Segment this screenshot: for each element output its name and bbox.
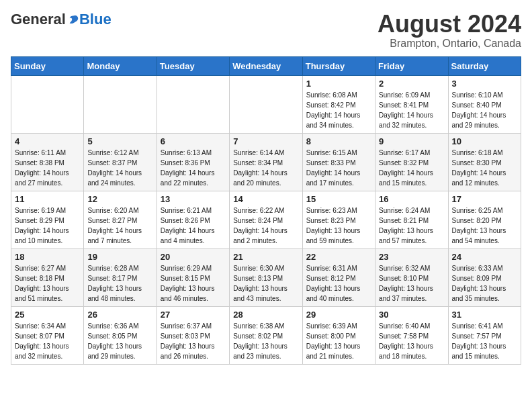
day-info: Sunrise: 6:20 AMSunset: 8:27 PMDaylight:… — [87, 205, 152, 246]
day-number: 31 — [452, 310, 517, 320]
day-cell: 3Sunrise: 6:10 AMSunset: 8:40 PMDaylight… — [448, 75, 521, 133]
day-info: Sunrise: 6:14 AMSunset: 8:34 PMDaylight:… — [233, 148, 298, 188]
day-number: 26 — [87, 310, 152, 320]
day-cell: 6Sunrise: 6:13 AMSunset: 8:36 PMDaylight… — [157, 133, 229, 191]
day-cell: 22Sunrise: 6:31 AMSunset: 8:12 PMDayligh… — [302, 248, 375, 306]
day-number: 2 — [379, 79, 444, 89]
day-cell: 15Sunrise: 6:23 AMSunset: 8:23 PMDayligh… — [302, 191, 375, 248]
day-number: 14 — [233, 194, 298, 204]
day-cell: 5Sunrise: 6:12 AMSunset: 8:37 PMDaylight… — [84, 133, 157, 191]
day-cell: 13Sunrise: 6:21 AMSunset: 8:26 PMDayligh… — [157, 191, 229, 248]
day-number: 7 — [233, 136, 298, 146]
day-info: Sunrise: 6:11 AMSunset: 8:38 PMDaylight:… — [15, 148, 80, 188]
week-row-2: 4Sunrise: 6:11 AMSunset: 8:38 PMDaylight… — [11, 133, 521, 191]
day-number: 28 — [233, 310, 298, 320]
week-row-1: 1Sunrise: 6:08 AMSunset: 8:42 PMDaylight… — [11, 75, 521, 133]
day-number: 1 — [306, 79, 371, 89]
day-header-sunday: Sunday — [11, 56, 84, 75]
day-number: 21 — [233, 252, 298, 262]
day-cell: 2Sunrise: 6:09 AMSunset: 8:41 PMDaylight… — [375, 75, 448, 133]
day-info: Sunrise: 6:10 AMSunset: 8:40 PMDaylight:… — [452, 90, 517, 130]
day-info: Sunrise: 6:39 AMSunset: 8:00 PMDaylight:… — [306, 321, 371, 361]
day-number: 25 — [15, 310, 80, 320]
day-cell: 20Sunrise: 6:29 AMSunset: 8:15 PMDayligh… — [157, 248, 229, 306]
day-cell: 12Sunrise: 6:20 AMSunset: 8:27 PMDayligh… — [84, 191, 157, 248]
week-row-3: 11Sunrise: 6:19 AMSunset: 8:29 PMDayligh… — [11, 191, 521, 248]
day-info: Sunrise: 6:24 AMSunset: 8:21 PMDaylight:… — [379, 205, 444, 246]
day-info: Sunrise: 6:33 AMSunset: 8:09 PMDaylight:… — [452, 263, 517, 304]
day-cell: 19Sunrise: 6:28 AMSunset: 8:17 PMDayligh… — [84, 248, 157, 306]
day-cell: 17Sunrise: 6:25 AMSunset: 8:20 PMDayligh… — [448, 191, 521, 248]
day-header-saturday: Saturday — [448, 56, 521, 75]
day-info: Sunrise: 6:13 AMSunset: 8:36 PMDaylight:… — [161, 148, 226, 188]
day-cell — [230, 75, 302, 133]
day-info: Sunrise: 6:12 AMSunset: 8:37 PMDaylight:… — [87, 148, 152, 188]
day-cell: 28Sunrise: 6:38 AMSunset: 8:02 PMDayligh… — [230, 306, 302, 364]
day-info: Sunrise: 6:41 AMSunset: 7:57 PMDaylight:… — [452, 321, 517, 361]
logo-blue-text: Blue — [79, 11, 112, 28]
day-number: 8 — [306, 136, 371, 146]
day-number: 16 — [379, 194, 444, 204]
day-cell — [84, 75, 157, 133]
calendar-header: SundayMondayTuesdayWednesdayThursdayFrid… — [11, 56, 521, 75]
day-cell: 9Sunrise: 6:17 AMSunset: 8:32 PMDaylight… — [375, 133, 448, 191]
day-info: Sunrise: 6:34 AMSunset: 8:07 PMDaylight:… — [15, 321, 80, 361]
day-cell: 1Sunrise: 6:08 AMSunset: 8:42 PMDaylight… — [302, 75, 375, 133]
header-row: SundayMondayTuesdayWednesdayThursdayFrid… — [11, 56, 521, 75]
day-cell: 8Sunrise: 6:15 AMSunset: 8:33 PMDaylight… — [302, 133, 375, 191]
day-header-friday: Friday — [375, 56, 448, 75]
day-cell: 31Sunrise: 6:41 AMSunset: 7:57 PMDayligh… — [448, 306, 521, 364]
day-cell — [11, 75, 84, 133]
day-number: 12 — [87, 194, 152, 204]
day-header-thursday: Thursday — [302, 56, 375, 75]
day-cell: 25Sunrise: 6:34 AMSunset: 8:07 PMDayligh… — [11, 306, 84, 364]
day-number: 23 — [379, 252, 444, 262]
day-info: Sunrise: 6:38 AMSunset: 8:02 PMDaylight:… — [233, 321, 298, 361]
day-cell: 16Sunrise: 6:24 AMSunset: 8:21 PMDayligh… — [375, 191, 448, 248]
day-number: 24 — [452, 252, 517, 262]
day-info: Sunrise: 6:25 AMSunset: 8:20 PMDaylight:… — [452, 205, 517, 246]
location-subtitle: Brampton, Ontario, Canada — [378, 38, 521, 50]
day-number: 18 — [15, 252, 80, 262]
logo: General Blue — [11, 11, 112, 28]
day-info: Sunrise: 6:32 AMSunset: 8:10 PMDaylight:… — [379, 263, 444, 304]
day-header-monday: Monday — [84, 56, 157, 75]
day-number: 10 — [452, 136, 517, 146]
calendar-table: SundayMondayTuesdayWednesdayThursdayFrid… — [11, 56, 521, 365]
day-info: Sunrise: 6:09 AMSunset: 8:41 PMDaylight:… — [379, 90, 444, 130]
day-info: Sunrise: 6:27 AMSunset: 8:18 PMDaylight:… — [15, 263, 80, 304]
day-number: 19 — [87, 252, 152, 262]
logo-general-text: General — [11, 11, 66, 28]
day-cell: 11Sunrise: 6:19 AMSunset: 8:29 PMDayligh… — [11, 191, 84, 248]
day-number: 27 — [161, 310, 226, 320]
day-info: Sunrise: 6:40 AMSunset: 7:58 PMDaylight:… — [379, 321, 444, 361]
day-cell: 10Sunrise: 6:18 AMSunset: 8:30 PMDayligh… — [448, 133, 521, 191]
week-row-5: 25Sunrise: 6:34 AMSunset: 8:07 PMDayligh… — [11, 306, 521, 364]
day-cell: 14Sunrise: 6:22 AMSunset: 8:24 PMDayligh… — [230, 191, 302, 248]
day-number: 13 — [161, 194, 226, 204]
day-number: 4 — [15, 136, 80, 146]
day-number: 22 — [306, 252, 371, 262]
day-cell: 26Sunrise: 6:36 AMSunset: 8:05 PMDayligh… — [84, 306, 157, 364]
day-cell: 29Sunrise: 6:39 AMSunset: 8:00 PMDayligh… — [302, 306, 375, 364]
day-info: Sunrise: 6:21 AMSunset: 8:26 PMDaylight:… — [161, 205, 226, 246]
day-cell: 4Sunrise: 6:11 AMSunset: 8:38 PMDaylight… — [11, 133, 84, 191]
week-row-4: 18Sunrise: 6:27 AMSunset: 8:18 PMDayligh… — [11, 248, 521, 306]
day-cell: 7Sunrise: 6:14 AMSunset: 8:34 PMDaylight… — [230, 133, 302, 191]
day-cell: 30Sunrise: 6:40 AMSunset: 7:58 PMDayligh… — [375, 306, 448, 364]
day-info: Sunrise: 6:28 AMSunset: 8:17 PMDaylight:… — [87, 263, 152, 304]
day-number: 15 — [306, 194, 371, 204]
title-block: August 2024 Brampton, Ontario, Canada — [378, 11, 521, 50]
day-number: 9 — [379, 136, 444, 146]
day-cell: 27Sunrise: 6:37 AMSunset: 8:03 PMDayligh… — [157, 306, 229, 364]
day-info: Sunrise: 6:15 AMSunset: 8:33 PMDaylight:… — [306, 148, 371, 188]
day-number: 3 — [452, 79, 517, 89]
day-cell: 23Sunrise: 6:32 AMSunset: 8:10 PMDayligh… — [375, 248, 448, 306]
day-header-tuesday: Tuesday — [157, 56, 229, 75]
day-info: Sunrise: 6:30 AMSunset: 8:13 PMDaylight:… — [233, 263, 298, 304]
day-info: Sunrise: 6:08 AMSunset: 8:42 PMDaylight:… — [306, 90, 371, 130]
day-info: Sunrise: 6:37 AMSunset: 8:03 PMDaylight:… — [161, 321, 226, 361]
day-info: Sunrise: 6:17 AMSunset: 8:32 PMDaylight:… — [379, 148, 444, 188]
day-number: 17 — [452, 194, 517, 204]
day-number: 29 — [306, 310, 371, 320]
